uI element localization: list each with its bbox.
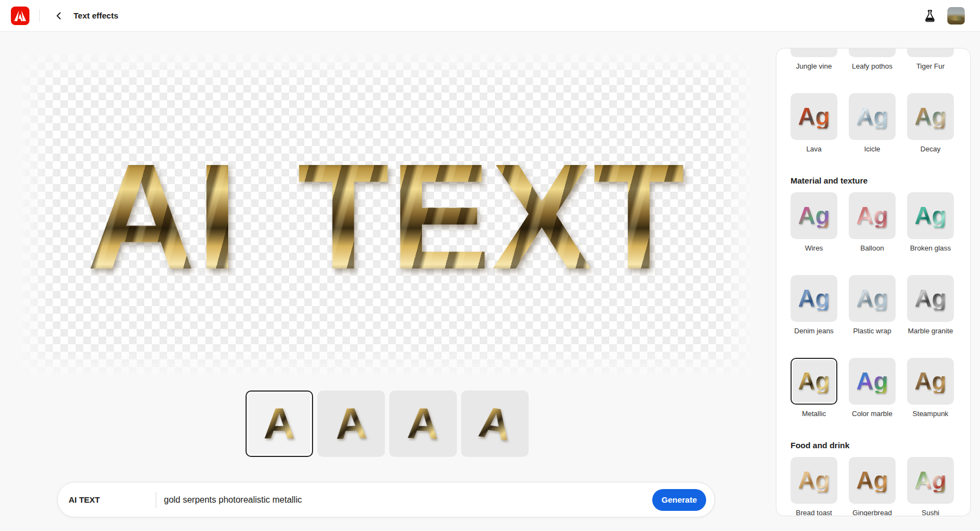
effect-tile-gingerbread[interactable]: Ag xyxy=(849,457,896,504)
effect-tile-metallic[interactable]: Ag xyxy=(791,358,837,405)
effect-tile-tiger-fur[interactable]: Ag xyxy=(907,48,954,57)
effect-sample-text: Ag xyxy=(856,105,889,129)
effect-row: AgWiresAgBalloonAgBroken glass xyxy=(791,192,956,253)
effect-label: Leafy pothos xyxy=(852,62,892,71)
effect-label: Marble granite xyxy=(908,327,953,335)
effect-tile-bread-toast[interactable]: Ag xyxy=(791,457,837,504)
effect-label: Steampunk xyxy=(912,410,948,418)
effect-tile-wires[interactable]: Ag xyxy=(791,192,837,239)
effect-label: Broken glass xyxy=(910,244,951,253)
effect-row: AgMetallicAgColor marbleAgSteampunk xyxy=(791,358,956,418)
effect-sample-text: Ag xyxy=(856,204,889,228)
effect-item-metallic: AgMetallic xyxy=(791,358,837,418)
effect-label: Sushi xyxy=(922,509,940,516)
page-title: Text effects xyxy=(74,11,118,20)
variant-thumbnail-1[interactable]: A xyxy=(246,390,313,457)
effect-tile-balloon[interactable]: Ag xyxy=(849,192,896,239)
effect-sample-text: Ag xyxy=(915,105,947,129)
effect-item-icicle: AgIcicle xyxy=(849,93,896,154)
effect-tile-plastic-wrap[interactable]: Ag xyxy=(849,275,896,322)
effect-sample-text: Ag xyxy=(798,468,830,492)
effect-sample-text: Ag xyxy=(915,286,947,310)
effect-item-broken-glass: AgBroken glass xyxy=(907,192,954,253)
effect-sample-text: Ag xyxy=(856,468,889,492)
effect-item-color-marble: AgColor marble xyxy=(849,358,896,418)
beaker-icon[interactable] xyxy=(922,8,938,23)
topbar-divider xyxy=(39,9,40,22)
variant-thumbnail-4[interactable]: A xyxy=(461,390,529,457)
variant-letter: A xyxy=(335,401,368,446)
effect-tile-icicle[interactable]: Ag xyxy=(849,93,896,140)
variant-letter: A xyxy=(407,401,440,446)
effect-label: Lava xyxy=(806,145,822,154)
effect-tile-marble-granite[interactable]: Ag xyxy=(907,275,954,322)
effect-tile-broken-glass[interactable]: Ag xyxy=(907,192,954,239)
effect-tile-decay[interactable]: Ag xyxy=(907,93,954,140)
effect-label: Decay xyxy=(921,145,941,154)
effect-item-balloon: AgBalloon xyxy=(849,192,896,253)
effect-item-sushi: AgSushi xyxy=(907,457,954,516)
variant-thumbnail-3[interactable]: A xyxy=(389,390,457,457)
effect-sample-text: Ag xyxy=(798,105,830,129)
section-header-food-and-drink: Food and drink xyxy=(791,441,956,450)
effect-sample-text: Ag xyxy=(798,204,830,228)
effect-item-jungle-vine: AgJungle vine xyxy=(791,48,837,71)
effect-sample-text: Ag xyxy=(798,369,830,393)
effect-label: Wires xyxy=(805,244,823,253)
variant-letter: A xyxy=(476,400,513,447)
avatar[interactable] xyxy=(947,7,965,25)
effect-row: AgBread toastAgGingerbreadAgSushi xyxy=(791,457,956,516)
effect-label: Gingerbread xyxy=(853,509,892,516)
effect-item-denim-jeans: AgDenim jeans xyxy=(791,275,837,335)
effect-tile-leafy-pothos[interactable]: Ag xyxy=(849,48,896,57)
effect-tile-lava[interactable]: Ag xyxy=(791,93,837,140)
adobe-logo-icon[interactable] xyxy=(11,7,29,25)
effect-item-bread-toast: AgBread toast xyxy=(791,457,837,516)
effect-sample-text: Ag xyxy=(915,468,947,492)
generated-text-art: AI TEXT xyxy=(87,141,685,291)
variant-thumbnail-2[interactable]: A xyxy=(317,390,385,457)
effect-tile-denim-jeans[interactable]: Ag xyxy=(791,275,837,322)
back-button[interactable] xyxy=(52,9,66,23)
effect-item-lava: AgLava xyxy=(791,93,837,154)
section-header-material-and-texture: Material and texture xyxy=(791,176,956,186)
effect-label: Denim jeans xyxy=(794,327,834,335)
variant-strip: AAAA xyxy=(246,390,529,457)
effect-label: Jungle vine xyxy=(796,62,832,71)
effect-item-wires: AgWires xyxy=(791,192,837,253)
effect-item-plastic-wrap: AgPlastic wrap xyxy=(849,275,896,335)
effects-panel: AgJungle vineAgLeafy pothosAgTiger FurAg… xyxy=(776,48,971,516)
effect-sample-text: Ag xyxy=(856,286,889,310)
prompt-bar: Generate xyxy=(57,482,715,517)
effect-item-gingerbread: AgGingerbread xyxy=(849,457,896,516)
effect-label: Balloon xyxy=(860,244,884,253)
chevron-left-icon xyxy=(55,12,63,20)
effect-row: AgJungle vineAgLeafy pothosAgTiger Fur xyxy=(791,48,956,71)
effect-sample-text: Ag xyxy=(856,369,889,393)
effect-tile-sushi[interactable]: Ag xyxy=(907,457,954,504)
effect-label: Icicle xyxy=(864,145,880,154)
effect-sample-text: Ag xyxy=(915,204,947,228)
effect-row: AgLavaAgIcicleAgDecay xyxy=(791,93,956,154)
prompt-divider xyxy=(156,492,156,508)
effect-item-marble-granite: AgMarble granite xyxy=(907,275,954,335)
generate-button[interactable]: Generate xyxy=(652,489,706,511)
effect-tile-color-marble[interactable]: Ag xyxy=(849,358,896,405)
effect-tile-steampunk[interactable]: Ag xyxy=(907,358,954,405)
effect-item-decay: AgDecay xyxy=(907,93,954,154)
prompt-input[interactable] xyxy=(164,495,652,505)
variant-letter: A xyxy=(264,402,295,445)
effect-row: AgDenim jeansAgPlastic wrapAgMarble gran… xyxy=(791,275,956,335)
effect-sample-text: Ag xyxy=(798,286,830,310)
preview-canvas: AI TEXT xyxy=(22,54,750,374)
effect-label: Metallic xyxy=(802,410,826,418)
effect-label: Color marble xyxy=(852,410,892,418)
effect-tile-jungle-vine[interactable]: Ag xyxy=(791,48,837,57)
text-input[interactable] xyxy=(69,495,156,504)
topbar: Text effects xyxy=(0,0,980,32)
effect-label: Tiger Fur xyxy=(916,62,945,71)
effect-label: Bread toast xyxy=(796,509,832,516)
effect-item-leafy-pothos: AgLeafy pothos xyxy=(849,48,896,71)
effect-item-steampunk: AgSteampunk xyxy=(907,358,954,418)
effect-label: Plastic wrap xyxy=(853,327,891,335)
